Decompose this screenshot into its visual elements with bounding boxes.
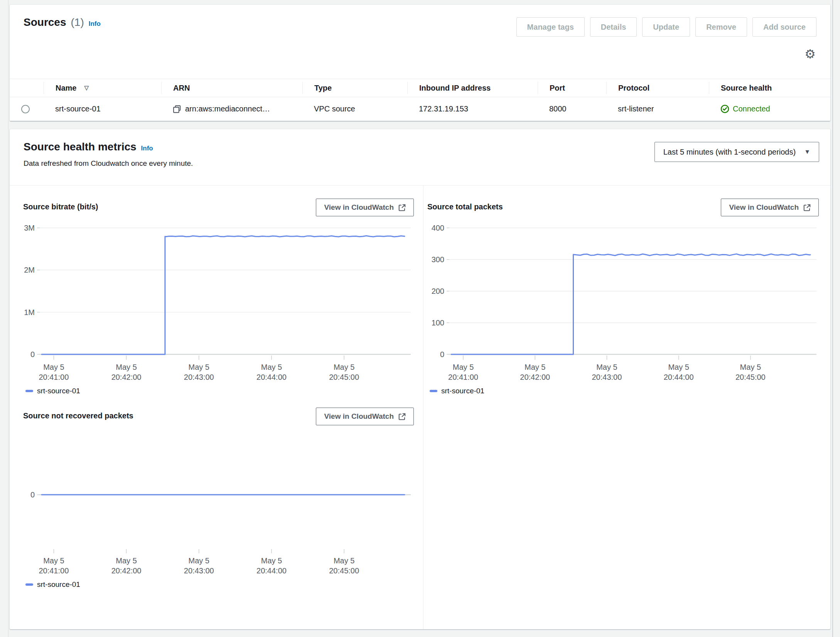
external-link-icon (803, 204, 811, 211)
chart-title-not-recovered: Source not recovered packets (23, 411, 133, 420)
page-scrollbar-track (832, 0, 833, 637)
svg-text:May 520:42:00: May 520:42:00 (520, 363, 550, 381)
chart-legend: srt-source-01 (430, 387, 830, 395)
external-link-icon (398, 204, 406, 211)
svg-text:May 520:45:00: May 520:45:00 (735, 363, 766, 381)
svg-text:3M: 3M (24, 224, 35, 232)
select-column-header (10, 82, 44, 94)
sources-table-header-row: Name ▽ ARN Type Inbound IP address Port … (10, 79, 830, 97)
metrics-title: Source health metrics (24, 141, 137, 153)
chart-source-total-packets: Source total packets View in CloudWatch … (427, 199, 830, 395)
source-port-cell: 8000 (538, 104, 606, 113)
svg-text:May 520:44:00: May 520:44:00 (256, 556, 287, 575)
total-packets-plot-area[interactable]: 0100200300400May 520:41:00May 520:42:00M… (427, 219, 830, 383)
bitrate-plot-area[interactable]: 01M2M3MMay 520:41:00May 520:42:00May 520… (23, 219, 423, 383)
update-button[interactable]: Update (642, 17, 690, 37)
add-source-button[interactable]: Add source (752, 17, 816, 37)
chart-title-total-packets: Source total packets (427, 202, 503, 211)
source-type-cell: VPC source (302, 104, 407, 113)
sources-info-link[interactable]: Info (89, 20, 101, 28)
svg-text:400: 400 (432, 224, 444, 232)
sources-panel: Sources (1) Info Manage tags Details Upd… (10, 5, 830, 121)
svg-text:May 520:44:00: May 520:44:00 (664, 363, 694, 381)
table-row[interactable]: srt-source-01 arn:aws:mediaconnect… VPC … (10, 97, 830, 121)
column-header-source-health[interactable]: Source health (709, 82, 830, 94)
column-header-protocol[interactable]: Protocol (606, 82, 709, 94)
source-protocol-cell: srt-listener (606, 104, 709, 113)
metrics-info-link[interactable]: Info (141, 145, 153, 152)
chart-source-bitrate: Source bitrate (bit/s) View in CloudWatc… (23, 199, 423, 395)
source-inbound-ip-cell: 172.31.19.153 (407, 104, 538, 113)
sort-descending-icon: ▽ (84, 84, 89, 91)
metrics-panel: Source health metrics Info Data refreshe… (10, 129, 830, 629)
manage-tags-button[interactable]: Manage tags (516, 17, 585, 37)
source-health-status: Connected (720, 104, 770, 113)
svg-text:May 520:41:00: May 520:41:00 (39, 556, 69, 575)
svg-text:May 520:43:00: May 520:43:00 (184, 363, 214, 381)
check-circle-icon (720, 104, 729, 113)
settings-gear-icon[interactable]: ⚙ (805, 48, 816, 60)
svg-text:0: 0 (440, 350, 444, 359)
sources-table: Name ▽ ARN Type Inbound IP address Port … (10, 79, 830, 121)
chevron-down-icon: ▼ (804, 148, 810, 155)
metrics-left-column: Source bitrate (bit/s) View in CloudWatc… (10, 185, 423, 629)
chart-title-bitrate: Source bitrate (bit/s) (23, 202, 98, 211)
legend-line-swatch (430, 390, 437, 392)
sources-title: Sources (24, 16, 66, 29)
svg-text:300: 300 (432, 255, 444, 264)
svg-text:May 520:45:00: May 520:45:00 (329, 363, 359, 381)
time-range-select[interactable]: Last 5 minutes (with 1-second periods) ▼ (654, 142, 819, 162)
svg-text:0: 0 (30, 490, 35, 499)
svg-text:May 520:43:00: May 520:43:00 (592, 363, 622, 381)
svg-text:100: 100 (432, 318, 444, 327)
copy-icon[interactable] (173, 105, 181, 113)
chart-legend: srt-source-01 (25, 580, 423, 589)
metrics-right-column: Source total packets View in CloudWatch … (423, 185, 830, 629)
svg-text:200: 200 (432, 287, 444, 295)
view-in-cloudwatch-button[interactable]: View in CloudWatch (316, 408, 414, 425)
svg-text:May 520:42:00: May 520:42:00 (111, 363, 142, 381)
legend-line-swatch (25, 390, 33, 392)
source-radio-button[interactable] (21, 105, 30, 113)
svg-text:May 520:42:00: May 520:42:00 (111, 556, 142, 575)
source-name-cell: srt-source-01 (44, 104, 161, 113)
column-header-port[interactable]: Port (538, 82, 606, 94)
svg-text:1M: 1M (24, 308, 35, 317)
svg-text:2M: 2M (24, 266, 35, 274)
metrics-body: Source bitrate (bit/s) View in CloudWatc… (10, 185, 830, 629)
details-button[interactable]: Details (590, 17, 637, 37)
column-header-name[interactable]: Name ▽ (44, 82, 161, 94)
status-badge: Connected (733, 104, 770, 113)
svg-text:May 520:43:00: May 520:43:00 (184, 556, 214, 575)
svg-text:May 520:44:00: May 520:44:00 (256, 363, 287, 381)
source-arn-cell: arn:aws:mediaconnect… (161, 104, 302, 113)
sources-panel-header: Sources (1) Info Manage tags Details Upd… (10, 5, 830, 29)
column-header-type[interactable]: Type (302, 82, 407, 94)
sources-actions: Manage tags Details Update Remove Add so… (516, 17, 816, 37)
column-header-arn[interactable]: ARN (161, 82, 302, 94)
chart-source-not-recovered: Source not recovered packets View in Clo… (23, 408, 423, 589)
svg-text:May 520:45:00: May 520:45:00 (329, 556, 359, 575)
column-header-inbound-ip[interactable]: Inbound IP address (407, 82, 538, 94)
content-left-divider (8, 0, 8, 637)
metrics-panel-header: Source health metrics Info Data refreshe… (10, 129, 830, 168)
external-link-icon (398, 413, 406, 420)
not-recovered-plot-area[interactable]: 0May 520:41:00May 520:42:00May 520:43:00… (23, 428, 423, 576)
svg-text:May 520:41:00: May 520:41:00 (448, 363, 478, 381)
svg-text:May 520:41:00: May 520:41:00 (39, 363, 69, 381)
view-in-cloudwatch-button[interactable]: View in CloudWatch (316, 199, 414, 216)
svg-text:0: 0 (30, 350, 35, 359)
chart-legend: srt-source-01 (25, 387, 423, 395)
view-in-cloudwatch-button[interactable]: View in CloudWatch (721, 199, 819, 216)
legend-line-swatch (25, 583, 33, 586)
sources-count: (1) (71, 16, 84, 29)
remove-button[interactable]: Remove (695, 17, 747, 37)
